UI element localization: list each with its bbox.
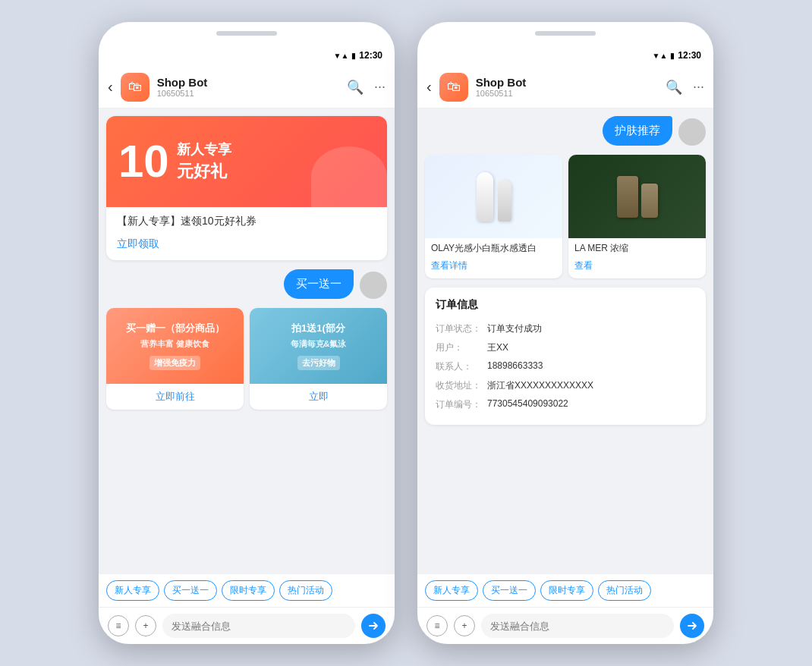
product-img-1	[568, 155, 706, 238]
back-button-left[interactable]: ‹	[108, 78, 113, 96]
menu-icon-left[interactable]: ≡	[108, 615, 129, 636]
time-left: 12:30	[359, 50, 382, 61]
more-icon-left[interactable]: ···	[374, 79, 386, 96]
quick-reply-left-3[interactable]: 热门活动	[279, 580, 332, 601]
more-icon-right[interactable]: ···	[693, 79, 704, 96]
product-name-1: LA MER 浓缩	[568, 238, 706, 256]
user-avatar-left	[360, 272, 387, 299]
menu-icon-right[interactable]: ≡	[426, 615, 448, 636]
status-bar-left: ▼▲ ▮ 12:30	[99, 45, 395, 66]
order-value-0: 订单支付成功	[487, 322, 695, 335]
input-bar-right: ≡ +	[417, 607, 713, 644]
coupon-desc: 【新人专享】速领10元好礼券	[106, 207, 387, 233]
battery-icon: ▮	[351, 52, 356, 60]
bot-id-right: 10650511	[476, 89, 658, 98]
user-message-row-right: 护肤推荐	[425, 116, 706, 146]
bot-name-left: Shop Bot	[157, 76, 339, 89]
quick-reply-right-3[interactable]: 热门活动	[598, 580, 651, 601]
input-field-right[interactable]	[481, 614, 674, 638]
promo-grid: 买一赠一（部分商品） 营养丰富 健康饮食 增强免疫力 立即前往 拍1送1(部分 …	[106, 308, 387, 410]
bot-avatar-right: 🛍	[439, 73, 468, 102]
order-label-3: 收货地址：	[436, 379, 481, 392]
search-icon-right[interactable]: 🔍	[666, 79, 682, 96]
bot-info-left: Shop Bot 10650511	[157, 76, 339, 98]
phone-notch-bar	[99, 22, 395, 45]
battery-icon-right: ▮	[670, 52, 675, 60]
promo-badge-1: 去污好物	[297, 356, 340, 370]
notch	[216, 31, 277, 36]
quick-replies-left: 新人专享 买一送一 限时专享 热门活动	[99, 573, 395, 607]
quick-reply-left-0[interactable]: 新人专享	[106, 580, 159, 601]
back-button-right[interactable]: ‹	[426, 78, 432, 96]
promo-action-0[interactable]: 立即前往	[106, 384, 244, 410]
search-icon-left[interactable]: 🔍	[347, 79, 364, 96]
user-bubble-left: 买一送一	[284, 269, 354, 299]
coupon-amount: 10	[118, 139, 169, 184]
order-value-1: 王XX	[487, 341, 695, 354]
signal-icon: ▼▲	[334, 52, 349, 60]
status-bar-right: ▼▲ ▮ 12:30	[417, 45, 713, 66]
quick-reply-right-1[interactable]: 买一送一	[483, 580, 536, 601]
add-icon-right[interactable]: +	[454, 615, 475, 636]
add-icon-left[interactable]: +	[135, 615, 156, 636]
phone-notch-bar-right	[417, 22, 713, 45]
header-icons-right: 🔍 ···	[666, 79, 704, 96]
order-value-2: 18898663333	[487, 360, 695, 373]
promo-title-1: 拍1送1(部分	[291, 322, 345, 335]
product-cards: OLAY光感小白瓶水感透白 查看详情 LA MER 浓缩 查看	[425, 155, 706, 278]
order-row-3: 收货地址： 浙江省XXXXXXXXXXXXX	[436, 376, 695, 395]
time-right: 12:30	[678, 50, 701, 61]
send-button-left[interactable]	[361, 614, 386, 638]
promo-title-0: 买一赠一（部分商品）	[126, 322, 225, 335]
chat-header-right: ‹ 🛍 Shop Bot 10650511 🔍 ···	[417, 66, 713, 108]
order-label-0: 订单状态：	[436, 322, 481, 335]
user-bubble-right: 护肤推荐	[603, 116, 672, 146]
order-label-1: 用户：	[436, 341, 481, 354]
order-row-0: 订单状态： 订单支付成功	[436, 319, 695, 338]
chat-body-left: 10 新人专享 元好礼 【新人专享】速领10元好礼券 立即领取 买一送一	[99, 108, 395, 573]
promo-action-1[interactable]: 立即	[250, 384, 387, 410]
input-field-left[interactable]	[162, 614, 355, 638]
coupon-line2: 元好礼	[177, 160, 231, 183]
coupon-banner: 10 新人专享 元好礼	[106, 116, 387, 207]
order-value-4: 7730545409093022	[487, 398, 695, 411]
product-action-0[interactable]: 查看详情	[425, 256, 562, 278]
product-card-1: LA MER 浓缩 查看	[568, 155, 706, 278]
bot-name-right: Shop Bot	[476, 76, 658, 89]
order-title: 订单信息	[436, 298, 695, 312]
input-bar-left: ≡ +	[99, 607, 395, 644]
quick-reply-left-2[interactable]: 限时专享	[222, 580, 275, 601]
bot-info-right: Shop Bot 10650511	[476, 76, 658, 98]
coupon-card: 10 新人专享 元好礼 【新人专享】速领10元好礼券 立即领取	[106, 116, 387, 260]
order-label-2: 联系人：	[436, 360, 481, 373]
quick-reply-right-2[interactable]: 限时专享	[540, 580, 593, 601]
bot-avatar-left: 🛍	[121, 73, 149, 102]
user-avatar-right	[678, 118, 706, 146]
lamer-image-inner	[568, 155, 706, 238]
quick-reply-left-1[interactable]: 买一送一	[164, 580, 217, 601]
order-row-1: 用户： 王XX	[436, 338, 695, 357]
bot-id-left: 10650511	[157, 89, 339, 98]
promo-img-0: 买一赠一（部分商品） 营养丰富 健康饮食 增强免疫力	[106, 308, 244, 384]
promo-badge-0: 增强免疫力	[149, 356, 200, 370]
user-message-row-left: 买一送一	[106, 269, 387, 299]
quick-reply-right-0[interactable]: 新人专享	[425, 580, 478, 601]
coupon-envelope-decoration	[311, 146, 387, 207]
promo-subtitle-1: 每满毎克&氟泳	[291, 338, 347, 350]
chat-body-right: 护肤推荐 OLAY光感小白瓶水感透白 查看详情	[417, 108, 713, 573]
order-row-2: 联系人： 18898663333	[436, 357, 695, 376]
product-name-0: OLAY光感小白瓶水感透白	[425, 238, 562, 256]
send-button-right[interactable]	[680, 614, 704, 638]
order-value-3: 浙江省XXXXXXXXXXXXX	[487, 379, 695, 392]
phone-left: ▼▲ ▮ 12:30 ‹ 🛍 Shop Bot 10650511 🔍 ··· 1…	[99, 22, 395, 644]
order-label-4: 订单编号：	[436, 398, 481, 411]
coupon-action[interactable]: 立即领取	[106, 233, 387, 260]
phone-right: ▼▲ ▮ 12:30 ‹ 🛍 Shop Bot 10650511 🔍 ··· 护…	[417, 22, 713, 644]
promo-card-0: 买一赠一（部分商品） 营养丰富 健康饮食 增强免疫力 立即前往	[106, 308, 244, 410]
promo-card-1: 拍1送1(部分 每满毎克&氟泳 去污好物 立即	[250, 308, 387, 410]
coupon-text-right: 新人专享 元好礼	[177, 140, 231, 183]
coupon-line1: 新人专享	[177, 140, 231, 159]
product-action-1[interactable]: 查看	[568, 256, 706, 278]
promo-subtitle-0: 营养丰富 健康饮食	[140, 338, 209, 350]
chat-header-left: ‹ 🛍 Shop Bot 10650511 🔍 ···	[99, 66, 395, 108]
